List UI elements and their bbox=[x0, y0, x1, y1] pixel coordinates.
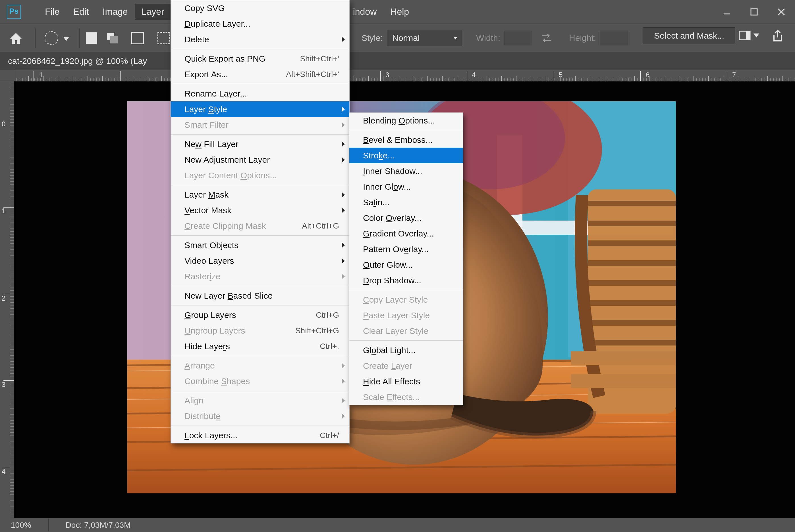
layer-menu-item-distribute: Distribute bbox=[171, 408, 349, 424]
svg-rect-23 bbox=[571, 351, 676, 365]
layer-menu-item-rename-layer[interactable]: Rename Layer... bbox=[171, 86, 349, 101]
layer-menu-item-copy-svg[interactable]: Copy SVG bbox=[171, 0, 349, 16]
zoom-level[interactable]: 100% bbox=[11, 521, 31, 530]
new-selection-icon[interactable] bbox=[86, 32, 97, 44]
layer-style-item-gradient-overlay[interactable]: Gradient Overlay... bbox=[349, 226, 463, 241]
menu-file[interactable]: File bbox=[38, 4, 67, 20]
ruler-vertical[interactable]: 0 1 2 3 4 bbox=[0, 81, 14, 518]
layer-style-item-drop-shadow[interactable]: Drop Shadow... bbox=[349, 272, 463, 288]
layer-menu-item-ungroup-layers: Ungroup LayersShift+Ctrl+G bbox=[171, 323, 349, 338]
menu-layer[interactable]: Layer bbox=[135, 4, 171, 20]
layer-menu-item-video-layers[interactable]: Video Layers bbox=[171, 253, 349, 269]
svg-rect-1 bbox=[751, 9, 757, 15]
maximize-button[interactable] bbox=[740, 0, 768, 23]
marquee-tool-icon[interactable] bbox=[44, 31, 58, 45]
layer-menu-item-align: Align bbox=[171, 393, 349, 408]
minimize-button[interactable] bbox=[713, 0, 740, 23]
layer-style-submenu: Blending Options...Bevel & Emboss...Stro… bbox=[349, 112, 463, 405]
layer-style-item-outer-glow[interactable]: Outer Glow... bbox=[349, 257, 463, 272]
status-bar: 100% Doc: 7,03M/7,03M bbox=[0, 518, 795, 532]
ruler-corner bbox=[0, 70, 14, 81]
window-controls bbox=[713, 0, 795, 23]
layer-menu-item-lock-layers[interactable]: Lock Layers...Ctrl+/ bbox=[171, 428, 349, 443]
layer-style-item-hide-all-effects[interactable]: Hide All Effects bbox=[349, 374, 463, 389]
layer-menu-dropdown: Copy SVGDuplicate Layer...DeleteQuick Ex… bbox=[170, 0, 349, 443]
layer-menu-item-create-clipping-mask: Create Clipping MaskAlt+Ctrl+G bbox=[171, 218, 349, 234]
layer-menu-item-rasterize: Rasterize bbox=[171, 269, 349, 284]
intersect-selection-icon[interactable] bbox=[158, 32, 170, 44]
layer-style-item-copy-layer-style: Copy Layer Style bbox=[349, 292, 463, 307]
doc-size[interactable]: Doc: 7,03M/7,03M bbox=[66, 521, 131, 530]
width-label: Width: bbox=[476, 33, 500, 43]
svg-rect-24 bbox=[571, 374, 676, 388]
menu-edit[interactable]: Edit bbox=[67, 4, 96, 20]
layer-style-item-bevel-emboss[interactable]: Bevel & Emboss... bbox=[349, 132, 463, 148]
swap-dimensions-icon bbox=[541, 32, 552, 44]
layer-style-item-paste-layer-style: Paste Layer Style bbox=[349, 307, 463, 323]
layer-menu-item-group-layers[interactable]: Group LayersCtrl+G bbox=[171, 307, 349, 323]
layer-style-item-blending-options[interactable]: Blending Options... bbox=[349, 113, 463, 128]
layer-menu-item-new-layer-based-slice[interactable]: New Layer Based Slice bbox=[171, 288, 349, 303]
layer-menu-item-vector-mask[interactable]: Vector Mask bbox=[171, 203, 349, 218]
layer-menu-item-combine-shapes: Combine Shapes bbox=[171, 373, 349, 389]
layer-menu-item-arrange: Arrange bbox=[171, 358, 349, 373]
layer-menu-item-export-as[interactable]: Export As...Alt+Shift+Ctrl+' bbox=[171, 66, 349, 82]
layer-menu-item-delete[interactable]: Delete bbox=[171, 32, 349, 47]
height-label: Height: bbox=[569, 33, 596, 43]
layer-style-item-scale-effects: Scale Effects... bbox=[349, 389, 463, 405]
tool-preset-dropdown[interactable] bbox=[64, 33, 69, 43]
layer-style-item-inner-shadow[interactable]: Inner Shadow... bbox=[349, 163, 463, 179]
layer-style-item-color-overlay[interactable]: Color Overlay... bbox=[349, 210, 463, 226]
svg-rect-5 bbox=[746, 31, 750, 40]
layer-menu-item-new-adjustment-layer[interactable]: New Adjustment Layer bbox=[171, 152, 349, 168]
panel-options-icon[interactable] bbox=[739, 30, 759, 41]
layer-style-item-create-layer: Create Layer bbox=[349, 358, 463, 374]
layer-menu-item-layer-content-options: Layer Content Options... bbox=[171, 168, 349, 183]
menu-window[interactable]: indow bbox=[353, 4, 384, 20]
layer-style-item-satin[interactable]: Satin... bbox=[349, 194, 463, 210]
layer-menu-item-hide-layers[interactable]: Hide LayersCtrl+, bbox=[171, 338, 349, 354]
svg-rect-7 bbox=[127, 101, 173, 360]
select-and-mask-button[interactable]: Select and Mask... bbox=[643, 27, 735, 44]
share-icon[interactable] bbox=[771, 30, 784, 44]
layer-menu-item-smart-filter: Smart Filter bbox=[171, 117, 349, 133]
home-icon[interactable] bbox=[8, 31, 23, 45]
menu-image[interactable]: Image bbox=[96, 4, 135, 20]
menu-help[interactable]: Help bbox=[383, 4, 416, 20]
layer-style-item-inner-glow[interactable]: Inner Glow... bbox=[349, 179, 463, 194]
ruler-horizontal[interactable]: 1 3 4 5 6 7 bbox=[14, 70, 795, 81]
style-dropdown[interactable]: Normal bbox=[387, 30, 462, 46]
subtract-selection-icon[interactable] bbox=[131, 32, 144, 44]
layer-menu-item-layer-mask[interactable]: Layer Mask bbox=[171, 187, 349, 203]
layer-style-item-pattern-overlay[interactable]: Pattern Overlay... bbox=[349, 241, 463, 257]
layer-menu-item-layer-style[interactable]: Layer Style bbox=[171, 101, 349, 117]
close-button[interactable] bbox=[768, 0, 795, 23]
layer-menu-item-smart-objects[interactable]: Smart Objects bbox=[171, 237, 349, 253]
options-bar: Style: Normal Width: Height: Select and … bbox=[0, 23, 795, 52]
layer-style-item-global-light[interactable]: Global Light... bbox=[349, 342, 463, 358]
height-input bbox=[600, 31, 628, 45]
layer-style-item-stroke[interactable]: Stroke... bbox=[349, 148, 463, 163]
document-tab[interactable]: cat-2068462_1920.jpg @ 100% (Lay bbox=[0, 52, 795, 71]
layer-menu-item-duplicate-layer[interactable]: Duplicate Layer... bbox=[171, 16, 349, 32]
layer-style-item-clear-layer-style: Clear Layer Style bbox=[349, 323, 463, 339]
main-menubar: Ps File Edit Image Layer indow Help bbox=[0, 0, 795, 23]
layer-menu-item-quick-export-as-png[interactable]: Quick Export as PNGShift+Ctrl+' bbox=[171, 51, 349, 66]
style-label: Style: bbox=[362, 33, 383, 43]
width-input bbox=[504, 31, 532, 45]
document-tab-label: cat-2068462_1920.jpg @ 100% (Lay bbox=[8, 56, 147, 66]
layer-menu-item-new-fill-layer[interactable]: New Fill Layer bbox=[171, 136, 349, 152]
add-selection-icon[interactable] bbox=[107, 33, 118, 43]
app-logo: Ps bbox=[7, 5, 21, 19]
